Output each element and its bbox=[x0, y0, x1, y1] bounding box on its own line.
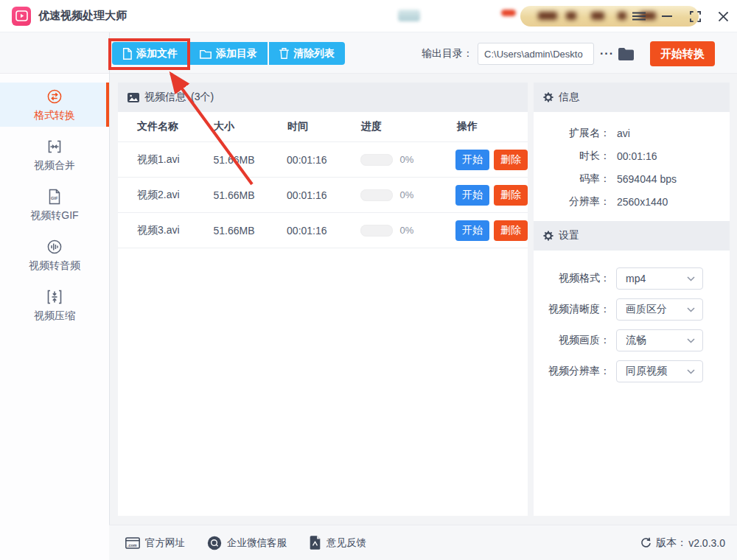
info-value: 2560x1440 bbox=[617, 196, 668, 208]
info-label: 分辨率： bbox=[534, 195, 610, 209]
clear-list-label: 清除列表 bbox=[293, 47, 335, 60]
video-resolution-select[interactable]: 同原视频 bbox=[616, 360, 703, 382]
website-icon: .com bbox=[125, 537, 140, 549]
output-dir-label: 输出目录： bbox=[422, 47, 473, 60]
sidebar-divider bbox=[109, 32, 110, 560]
right-panel: 信息 扩展名： avi 时长： 00:01:16 码率： 5694044 bps… bbox=[534, 83, 730, 516]
sidebar-item-label: 视频压缩 bbox=[34, 309, 75, 323]
info-value: 00:01:16 bbox=[617, 150, 657, 162]
progress-bar bbox=[360, 189, 393, 201]
output-dir-input[interactable] bbox=[478, 43, 594, 65]
video-format-select[interactable]: mp4 bbox=[616, 267, 703, 290]
hamburger-icon bbox=[632, 12, 646, 21]
minimize-icon bbox=[662, 15, 672, 17]
clear-list-button[interactable]: 清除列表 bbox=[269, 42, 345, 65]
convert-icon bbox=[46, 88, 63, 105]
sidebar-item-video-compress[interactable]: 视频压缩 bbox=[0, 283, 109, 327]
chevron-down-icon bbox=[687, 338, 695, 343]
image-icon bbox=[128, 93, 139, 102]
browse-more-button[interactable]: ··· bbox=[600, 47, 614, 60]
start-convert-button[interactable]: 开始转换 bbox=[650, 41, 715, 66]
row-delete-button[interactable]: 删除 bbox=[494, 185, 528, 206]
video-quality-select[interactable]: 流畅 bbox=[616, 329, 703, 351]
info-label: 时长： bbox=[534, 150, 610, 163]
setting-label: 视频画质： bbox=[534, 334, 610, 347]
audio-icon bbox=[46, 238, 63, 256]
gear-icon bbox=[543, 231, 553, 241]
sidebar-item-format-convert[interactable]: 格式转换 bbox=[0, 83, 109, 127]
file-name: 视频1.avi bbox=[137, 153, 214, 167]
maximize-button[interactable] bbox=[681, 0, 709, 32]
info-panel-title: 信息 bbox=[559, 91, 579, 104]
chevron-down-icon bbox=[687, 369, 695, 374]
info-label: 扩展名： bbox=[534, 127, 610, 140]
progress-percent: 0% bbox=[400, 225, 414, 236]
wechat-support-link[interactable]: 企业微信客服 bbox=[207, 536, 287, 550]
sidebar-item-label: 格式转换 bbox=[34, 109, 75, 122]
video-list-header: 视频信息 (3个) bbox=[118, 83, 528, 112]
gear-icon bbox=[543, 92, 553, 102]
minimize-button[interactable] bbox=[653, 0, 681, 32]
sidebar-item-video-merge[interactable]: 视频合并 bbox=[0, 133, 109, 177]
col-filename: 文件名称 bbox=[137, 120, 214, 133]
progress-bar bbox=[360, 225, 393, 237]
progress-percent: 0% bbox=[400, 154, 414, 165]
file-icon bbox=[122, 48, 132, 60]
add-directory-button[interactable]: 添加目录 bbox=[189, 42, 268, 65]
sidebar-item-label: 视频转音频 bbox=[29, 259, 80, 273]
sidebar-item-video-to-gif[interactable]: GIF 视频转GIF bbox=[0, 183, 109, 227]
row-delete-button[interactable]: 删除 bbox=[494, 150, 528, 170]
select-value: 同原视频 bbox=[626, 365, 687, 378]
video-list-title: 视频信息 bbox=[144, 91, 186, 104]
select-value: mp4 bbox=[626, 273, 687, 284]
video-list-count: (3个) bbox=[191, 91, 214, 104]
folder-filled-icon bbox=[618, 48, 634, 60]
add-file-label: 添加文件 bbox=[136, 47, 178, 60]
col-progress: 进度 bbox=[361, 120, 457, 133]
video-list-panel: 视频信息 (3个) 文件名称 大小 时间 进度 操作 视频1.avi 51.66… bbox=[118, 83, 528, 516]
open-folder-button[interactable] bbox=[618, 48, 634, 60]
row-delete-button[interactable]: 删除 bbox=[494, 220, 528, 241]
menu-button[interactable] bbox=[625, 0, 653, 32]
settings-panel-header: 设置 bbox=[534, 221, 730, 251]
file-size: 51.66MB bbox=[214, 189, 287, 201]
app-logo-icon bbox=[12, 7, 31, 26]
merge-icon bbox=[46, 138, 63, 155]
file-time: 00:01:16 bbox=[287, 225, 360, 237]
window-controls bbox=[625, 0, 737, 32]
toolbar: 添加文件 添加目录 清除列表 输出目录： ··· 开始转换 bbox=[0, 32, 737, 74]
select-value: 画质区分 bbox=[626, 303, 687, 316]
add-file-button[interactable]: 添加文件 bbox=[112, 42, 188, 65]
setting-label: 视频格式： bbox=[534, 272, 610, 285]
close-button[interactable] bbox=[709, 0, 737, 32]
setting-label: 视频分辨率： bbox=[534, 365, 610, 378]
official-website-label: 官方网址 bbox=[145, 536, 185, 550]
trash-icon bbox=[279, 48, 289, 59]
chevron-down-icon bbox=[687, 307, 695, 312]
settings-fields: 视频格式： mp4 视频清晰度： 画质区分 视频画质： 流畅 视频分辨率： 同原… bbox=[534, 251, 730, 387]
video-clarity-select[interactable]: 画质区分 bbox=[616, 298, 703, 321]
settings-panel-title: 设置 bbox=[559, 229, 579, 242]
close-icon bbox=[719, 12, 728, 21]
wechat-support-label: 企业微信客服 bbox=[227, 536, 287, 550]
row-start-button[interactable]: 开始 bbox=[455, 185, 489, 206]
wechat-support-icon bbox=[207, 536, 222, 550]
row-start-button[interactable]: 开始 bbox=[455, 220, 489, 241]
row-start-button[interactable]: 开始 bbox=[455, 150, 489, 170]
table-row: 视频1.avi 51.66MB 00:01:16 0% 开始 删除 bbox=[118, 142, 528, 178]
file-time: 00:01:16 bbox=[287, 154, 360, 166]
svg-text:GIF: GIF bbox=[51, 195, 58, 200]
refresh-icon[interactable] bbox=[640, 537, 652, 548]
info-fields: 扩展名： avi 时长： 00:01:16 码率： 5694044 bps 分辨… bbox=[534, 112, 730, 221]
info-value: avi bbox=[617, 127, 630, 139]
version-info: 版本：v2.0.3.0 bbox=[640, 536, 725, 550]
table-column-headers: 文件名称 大小 时间 进度 操作 bbox=[118, 112, 528, 142]
feedback-link[interactable]: 意见反馈 bbox=[309, 536, 366, 550]
info-panel-header: 信息 bbox=[534, 83, 730, 112]
info-value: 5694044 bps bbox=[617, 173, 677, 185]
sidebar-item-video-to-audio[interactable]: 视频转音频 bbox=[0, 233, 109, 277]
compress-icon bbox=[46, 288, 63, 306]
feedback-label: 意见反馈 bbox=[326, 536, 366, 550]
official-website-link[interactable]: .com 官方网址 bbox=[125, 536, 185, 550]
file-size: 51.66MB bbox=[214, 154, 287, 166]
